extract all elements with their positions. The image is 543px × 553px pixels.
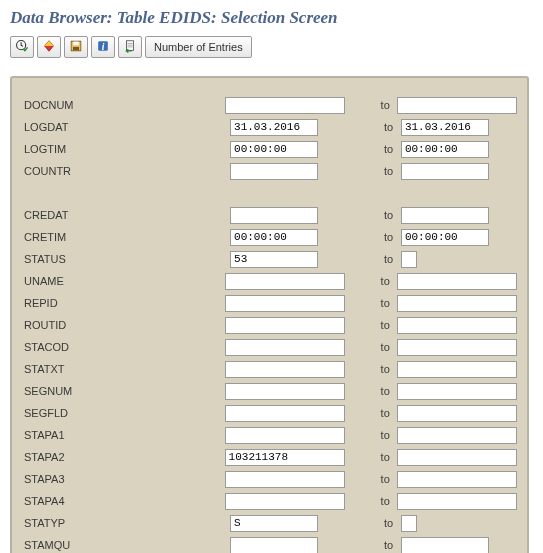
field-label: STAPA1 bbox=[22, 429, 225, 441]
to-label: to bbox=[348, 231, 401, 243]
field-label: STAPA4 bbox=[22, 495, 225, 507]
from-input[interactable] bbox=[225, 449, 345, 466]
from-input[interactable] bbox=[225, 471, 345, 488]
from-input[interactable] bbox=[225, 339, 345, 356]
to-label: to bbox=[345, 407, 397, 419]
to-input[interactable] bbox=[397, 493, 517, 510]
to-input[interactable] bbox=[397, 97, 517, 114]
to-input[interactable] bbox=[397, 273, 517, 290]
to-label: to bbox=[345, 429, 397, 441]
from-input[interactable] bbox=[225, 405, 345, 422]
to-input[interactable] bbox=[401, 207, 489, 224]
to-input[interactable] bbox=[401, 141, 489, 158]
to-input[interactable] bbox=[397, 471, 517, 488]
from-input[interactable] bbox=[225, 295, 345, 312]
svg-text:i: i bbox=[102, 41, 105, 52]
field-label: SEGNUM bbox=[22, 385, 225, 397]
field-label: UNAME bbox=[22, 275, 225, 287]
to-input[interactable] bbox=[397, 295, 517, 312]
to-label: to bbox=[348, 209, 401, 221]
to-input[interactable] bbox=[397, 383, 517, 400]
selection-row: STAPA1to bbox=[22, 424, 517, 446]
to-label: to bbox=[345, 473, 397, 485]
to-label: to bbox=[345, 495, 397, 507]
toolbar: i Number of Entries bbox=[0, 34, 543, 66]
to-label: to bbox=[345, 385, 397, 397]
selection-row: SEGFLDto bbox=[22, 402, 517, 424]
selection-row: ROUTIDto bbox=[22, 314, 517, 336]
ref-variant-button[interactable] bbox=[37, 36, 61, 58]
selection-row: LOGTIMto bbox=[22, 138, 517, 160]
from-input[interactable] bbox=[225, 317, 345, 334]
to-input[interactable] bbox=[401, 537, 489, 554]
save-button[interactable] bbox=[64, 36, 88, 58]
to-input[interactable] bbox=[397, 405, 517, 422]
selection-row: LOGDATto bbox=[22, 116, 517, 138]
selection-row: SEGNUMto bbox=[22, 380, 517, 402]
to-label: to bbox=[348, 539, 401, 551]
to-input[interactable] bbox=[401, 119, 489, 136]
field-label: REPID bbox=[22, 297, 225, 309]
field-label: STAPA2 bbox=[22, 451, 225, 463]
from-input[interactable] bbox=[225, 427, 345, 444]
selection-row: STAPA2to bbox=[22, 446, 517, 468]
to-input[interactable] bbox=[397, 427, 517, 444]
to-label: to bbox=[348, 143, 401, 155]
to-label: to bbox=[345, 275, 397, 287]
back-button[interactable] bbox=[118, 36, 142, 58]
from-input[interactable] bbox=[230, 141, 318, 158]
to-label: to bbox=[348, 517, 401, 529]
from-input[interactable] bbox=[225, 493, 345, 510]
document-back-icon bbox=[123, 39, 137, 55]
selection-row: REPIDto bbox=[22, 292, 517, 314]
field-label: ROUTID bbox=[22, 319, 225, 331]
from-input[interactable] bbox=[230, 251, 318, 268]
from-input[interactable] bbox=[230, 515, 318, 532]
to-label: to bbox=[345, 451, 397, 463]
from-input[interactable] bbox=[225, 273, 345, 290]
info-button[interactable]: i bbox=[91, 36, 115, 58]
info-icon: i bbox=[96, 39, 110, 55]
to-input[interactable] bbox=[397, 449, 517, 466]
to-label: to bbox=[345, 341, 397, 353]
floppy-icon bbox=[69, 39, 83, 55]
field-label: STATUS bbox=[22, 253, 230, 265]
diamond-icon bbox=[42, 39, 56, 55]
to-input[interactable] bbox=[401, 515, 417, 532]
selection-row: CREDATto bbox=[22, 204, 517, 226]
field-label: LOGDAT bbox=[22, 121, 230, 133]
to-input[interactable] bbox=[401, 229, 489, 246]
to-label: to bbox=[348, 121, 401, 133]
selection-panel: DOCNUMtoLOGDATtoLOGTIMtoCOUNTRtoCREDATto… bbox=[10, 76, 529, 553]
svg-rect-2 bbox=[73, 42, 78, 46]
execute-button[interactable] bbox=[10, 36, 34, 58]
selection-row: COUNTRto bbox=[22, 160, 517, 182]
to-input[interactable] bbox=[397, 317, 517, 334]
field-label: LOGTIM bbox=[22, 143, 230, 155]
number-of-entries-button[interactable]: Number of Entries bbox=[145, 36, 252, 58]
svg-rect-3 bbox=[73, 47, 79, 51]
to-label: to bbox=[348, 165, 401, 177]
selection-row: STATYPto bbox=[22, 512, 517, 534]
from-input[interactable] bbox=[230, 163, 318, 180]
from-input[interactable] bbox=[230, 537, 318, 554]
to-label: to bbox=[345, 363, 397, 375]
from-input[interactable] bbox=[225, 383, 345, 400]
from-input[interactable] bbox=[225, 361, 345, 378]
selection-row: STAMQUto bbox=[22, 534, 517, 553]
selection-row: STATXTto bbox=[22, 358, 517, 380]
clock-check-icon bbox=[15, 39, 29, 55]
from-input[interactable] bbox=[230, 207, 318, 224]
from-input[interactable] bbox=[230, 229, 318, 246]
to-input[interactable] bbox=[401, 163, 489, 180]
field-label: SEGFLD bbox=[22, 407, 225, 419]
to-input[interactable] bbox=[397, 339, 517, 356]
selection-row: UNAMEto bbox=[22, 270, 517, 292]
to-input[interactable] bbox=[397, 361, 517, 378]
button-label: Number of Entries bbox=[154, 41, 243, 53]
selection-row: CRETIMto bbox=[22, 226, 517, 248]
from-input[interactable] bbox=[230, 119, 318, 136]
to-input[interactable] bbox=[401, 251, 417, 268]
from-input[interactable] bbox=[225, 97, 345, 114]
to-label: to bbox=[345, 297, 397, 309]
